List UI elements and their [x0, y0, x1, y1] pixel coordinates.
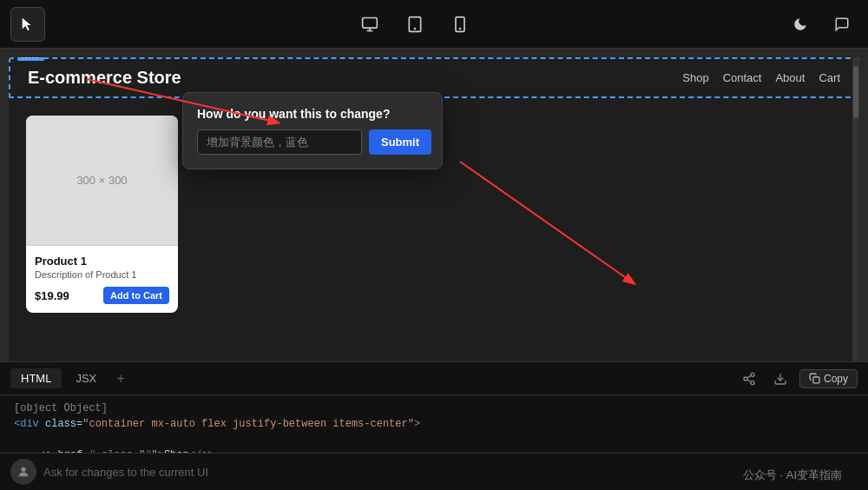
add-to-cart-button[interactable]: Add to Cart	[103, 287, 169, 304]
change-popup: How do you want this to change? Submit	[182, 92, 443, 169]
add-tab-button[interactable]: +	[110, 368, 131, 389]
code-line-2	[14, 432, 854, 447]
nav-link-contact[interactable]: Contact	[723, 71, 762, 84]
svg-line-13	[747, 375, 752, 378]
desktop-icon[interactable]	[354, 9, 385, 40]
dark-mode-button[interactable]	[785, 9, 816, 40]
chat-button[interactable]	[826, 9, 858, 40]
product-description: Description of Product 1	[35, 269, 169, 280]
toolbar-center	[354, 9, 476, 40]
popup-input[interactable]	[197, 129, 362, 155]
share-icon[interactable]	[737, 367, 761, 391]
svg-point-11	[751, 381, 754, 384]
copy-button[interactable]: Copy	[799, 369, 858, 388]
nav-link-cart[interactable]: Cart	[819, 71, 840, 84]
svg-point-16	[21, 467, 25, 472]
copy-label: Copy	[824, 373, 848, 385]
mobile-icon[interactable]	[444, 9, 476, 40]
bottom-tabs-right: Copy	[737, 367, 858, 391]
download-icon[interactable]	[768, 367, 792, 391]
code-line-1: <div class="container mx-auto flex justi…	[14, 416, 854, 432]
canvas-area: NAV E-commerce Store Shop Contact About …	[0, 49, 868, 361]
svg-rect-0	[363, 17, 378, 28]
product-price-row: $19.99 Add to Cart	[35, 287, 169, 304]
toolbar-left	[10, 7, 45, 42]
tab-html[interactable]: HTML	[10, 368, 62, 388]
product-card: 300 × 300 Product 1 Description of Produ…	[26, 116, 178, 313]
preview-content: NAV E-commerce Store Shop Contact About …	[9, 57, 859, 361]
popup-title: How do you want this to change?	[197, 107, 428, 121]
svg-point-10	[744, 377, 747, 381]
toolbar-right	[785, 9, 858, 40]
code-line-0: [object Object]	[14, 401, 854, 416]
nav-brand: E-commerce Store	[28, 68, 181, 88]
tablet-icon[interactable]	[399, 9, 431, 40]
product-image: 300 × 300	[26, 116, 178, 246]
cursor-button[interactable]	[10, 7, 45, 42]
svg-rect-15	[813, 377, 819, 383]
copy-icon	[809, 373, 820, 384]
product-name: Product 1	[35, 255, 169, 268]
tab-jsx[interactable]: JSX	[65, 368, 107, 388]
nav-link-about[interactable]: About	[775, 71, 805, 84]
nav-link-shop[interactable]: Shop	[682, 71, 708, 84]
chat-avatar	[10, 459, 36, 485]
nav-label: NAV	[17, 57, 44, 61]
product-price: $19.99	[35, 289, 69, 302]
popup-submit-button[interactable]: Submit	[369, 129, 431, 155]
scrollbar-track	[852, 57, 859, 361]
scrollbar-thumb[interactable]	[853, 66, 858, 118]
bottom-panel: HTML JSX +	[0, 361, 868, 490]
chat-row	[0, 453, 868, 490]
svg-point-9	[751, 373, 754, 376]
toolbar	[0, 0, 868, 49]
svg-line-12	[747, 380, 752, 382]
chat-input[interactable]	[43, 466, 858, 479]
code-area: [object Object] <div class="container mx…	[0, 395, 868, 453]
popup-input-row: Submit	[197, 129, 428, 155]
bottom-tabs: HTML JSX +	[0, 362, 868, 395]
nav-links: Shop Contact About Cart	[682, 71, 840, 84]
product-info: Product 1 Description of Product 1 $19.9…	[26, 246, 178, 313]
